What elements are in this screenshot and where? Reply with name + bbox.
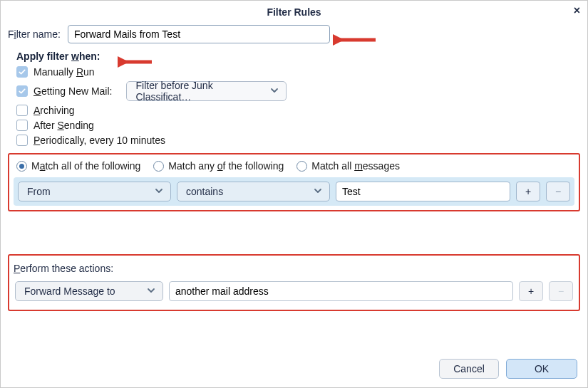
- chevron-down-icon: [314, 186, 322, 197]
- actions-section: Perform these actions: Forward Message t…: [8, 254, 580, 311]
- periodically-label: Periodically, every 10 minutes: [33, 135, 165, 146]
- conditions-section: Match all of the following Match any of …: [8, 153, 580, 211]
- action-type-select[interactable]: Forward Message to: [15, 281, 163, 301]
- after-sending-label: After Sending: [33, 120, 94, 131]
- getting-new-mail-row: Getting New Mail: Filter before Junk Cla…: [16, 81, 580, 101]
- apply-filter-when-label: Apply filter when:: [16, 51, 580, 62]
- cancel-button[interactable]: Cancel: [439, 359, 499, 379]
- match-mode-row: Match all of the following Match any of …: [14, 159, 574, 177]
- periodically-checkbox[interactable]: [16, 135, 28, 146]
- archiving-checkbox[interactable]: [16, 105, 28, 116]
- add-condition-button[interactable]: +: [516, 182, 540, 201]
- after-sending-row: After Sending: [16, 120, 580, 131]
- periodically-row: Periodically, every 10 minutes: [16, 135, 580, 146]
- manually-run-checkbox[interactable]: [16, 66, 28, 78]
- radio-icon: [153, 161, 164, 172]
- chevron-down-icon: [270, 85, 279, 97]
- archiving-label: Archiving: [33, 105, 75, 116]
- filter-rules-dialog: Filter Rules × Filter name: Apply filter…: [0, 0, 588, 388]
- close-icon[interactable]: ×: [574, 5, 580, 16]
- match-all-messages-option[interactable]: Match all messages: [296, 160, 400, 172]
- after-sending-checkbox[interactable]: [16, 120, 28, 131]
- condition-value-input[interactable]: [336, 182, 510, 201]
- dialog-titlebar: Filter Rules ×: [1, 1, 587, 25]
- chevron-down-icon: [147, 285, 155, 297]
- manually-run-label: Manually Run: [33, 66, 95, 78]
- chevron-down-icon: [155, 186, 163, 197]
- check-icon: [18, 68, 26, 76]
- action-row: Forward Message to + −: [14, 280, 574, 303]
- select-label: Filter before Junk Classificat…: [135, 80, 263, 103]
- select-label: Forward Message to: [24, 285, 115, 297]
- perform-actions-label: Perform these actions:: [14, 263, 574, 274]
- select-label: From: [27, 186, 51, 197]
- condition-field-select[interactable]: From: [18, 182, 171, 201]
- junk-classification-select[interactable]: Filter before Junk Classificat…: [126, 81, 287, 101]
- dialog-title: Filter Rules: [267, 6, 321, 18]
- filter-name-input[interactable]: [68, 25, 330, 43]
- condition-operator-select[interactable]: contains: [177, 182, 330, 201]
- manually-run-row: Manually Run: [16, 66, 580, 78]
- radio-icon: [296, 161, 307, 172]
- dialog-body: Filter name: Apply filter when: Manually…: [1, 25, 587, 311]
- filter-name-row: Filter name:: [8, 25, 580, 43]
- getting-new-mail-checkbox[interactable]: [16, 85, 28, 97]
- filter-name-label: Filter name:: [8, 28, 61, 40]
- match-all-option[interactable]: Match all of the following: [16, 160, 140, 172]
- action-value-input[interactable]: [169, 281, 513, 301]
- select-label: contains: [186, 186, 223, 197]
- match-any-option[interactable]: Match any of the following: [153, 160, 284, 172]
- radio-icon: [16, 161, 27, 172]
- add-action-button[interactable]: +: [519, 281, 543, 301]
- ok-button[interactable]: OK: [506, 359, 577, 379]
- remove-condition-button[interactable]: −: [546, 182, 570, 201]
- getting-new-mail-label: Getting New Mail:: [33, 85, 112, 97]
- check-icon: [18, 87, 26, 95]
- dialog-footer: Cancel OK: [439, 359, 577, 379]
- archiving-row: Archiving: [16, 105, 580, 116]
- condition-row: From contains + −: [14, 177, 574, 206]
- remove-action-button[interactable]: −: [549, 281, 573, 301]
